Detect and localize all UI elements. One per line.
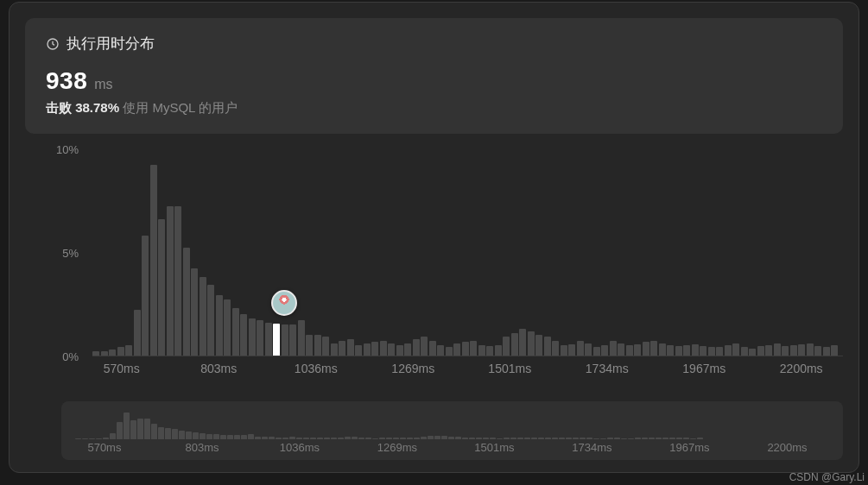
minimap-bar[interactable] — [635, 438, 641, 439]
minimap-bar[interactable] — [276, 438, 282, 439]
minimap-bar[interactable] — [296, 438, 302, 439]
histogram-bar[interactable] — [643, 342, 649, 356]
minimap-bar[interactable] — [559, 438, 565, 439]
histogram-bar[interactable] — [716, 347, 723, 356]
histogram-bar[interactable] — [273, 324, 280, 356]
minimap-bar[interactable] — [469, 438, 475, 439]
minimap-bar[interactable] — [365, 438, 371, 439]
minimap-bar[interactable] — [151, 424, 157, 439]
histogram-bar[interactable] — [347, 339, 354, 356]
minimap-bar[interactable] — [545, 438, 551, 439]
histogram-bar[interactable] — [150, 165, 157, 356]
minimap-bar[interactable] — [82, 438, 88, 439]
minimap-bar[interactable] — [434, 436, 440, 439]
minimap-bar[interactable] — [241, 435, 247, 439]
histogram-bar[interactable] — [174, 206, 181, 356]
histogram-bar[interactable] — [577, 341, 584, 356]
histogram-bar[interactable] — [528, 331, 535, 356]
histogram-bar[interactable] — [593, 347, 600, 356]
minimap-bar[interactable] — [400, 438, 406, 439]
histogram-bar[interactable] — [446, 347, 453, 356]
minimap-bar[interactable] — [331, 438, 337, 439]
histogram-bar[interactable] — [486, 346, 493, 356]
minimap-bar[interactable] — [96, 438, 102, 439]
minimap-bar[interactable] — [206, 434, 212, 439]
minimap-bar[interactable] — [510, 438, 516, 439]
minimap-bar[interactable] — [75, 438, 81, 439]
minimap-bar[interactable] — [289, 437, 295, 439]
minimap-bar[interactable] — [683, 438, 689, 439]
histogram-bar[interactable] — [807, 343, 814, 356]
histogram-bar[interactable] — [371, 342, 378, 356]
minimap-bar[interactable] — [352, 437, 358, 439]
minimap-bar[interactable] — [393, 438, 399, 439]
minimap-bar[interactable] — [248, 434, 254, 439]
minimap-bar[interactable] — [379, 438, 385, 439]
minimap-bar[interactable] — [179, 431, 185, 439]
histogram-bar[interactable] — [380, 341, 387, 356]
histogram-bar[interactable] — [109, 350, 116, 356]
histogram-bar[interactable] — [823, 347, 830, 356]
histogram-bar[interactable] — [814, 346, 821, 356]
histogram-bar[interactable] — [650, 341, 657, 356]
minimap-bar[interactable] — [269, 437, 275, 439]
minimap-bar[interactable] — [144, 419, 150, 439]
histogram-bar[interactable] — [732, 343, 739, 356]
histogram-bar[interactable] — [265, 323, 272, 356]
minimap-bar[interactable] — [324, 438, 330, 439]
histogram-bar[interactable] — [610, 341, 617, 356]
minimap-bar[interactable] — [552, 438, 558, 439]
minimap-bar[interactable] — [255, 437, 261, 439]
histogram-bar[interactable] — [396, 345, 403, 356]
minimap-bar[interactable] — [262, 437, 268, 439]
histogram-bar[interactable] — [519, 329, 526, 356]
minimap-bar[interactable] — [441, 436, 447, 439]
minimap-bar[interactable] — [448, 437, 454, 439]
minimap-bar[interactable] — [158, 427, 164, 439]
minimap-bar[interactable] — [580, 438, 586, 439]
minimap-bar[interactable] — [124, 413, 130, 439]
minimap-bar[interactable] — [566, 438, 572, 439]
minimap-bar[interactable] — [317, 438, 323, 439]
minimap-bar[interactable] — [200, 433, 206, 439]
minimap-bar[interactable] — [310, 438, 316, 439]
histogram-bar[interactable] — [470, 341, 477, 356]
minimap-bar[interactable] — [110, 433, 116, 439]
histogram-bar[interactable] — [314, 335, 321, 356]
histogram-bar[interactable] — [692, 344, 699, 356]
minimap-bar[interactable] — [220, 435, 226, 439]
minimap-bar[interactable] — [656, 438, 662, 439]
minimap-bar[interactable] — [524, 438, 530, 439]
minimap-bar[interactable] — [358, 438, 364, 439]
histogram-bar[interactable] — [200, 277, 206, 356]
histogram-bar[interactable] — [544, 337, 551, 356]
minimap-bar[interactable] — [234, 435, 240, 439]
histogram-bar[interactable] — [183, 248, 190, 356]
minimap-bar[interactable] — [649, 438, 655, 439]
histogram-bar[interactable] — [782, 346, 789, 356]
histogram-bar[interactable] — [683, 345, 690, 356]
histogram-bar[interactable] — [453, 343, 460, 356]
histogram-bar[interactable] — [708, 347, 715, 356]
minimap-bar[interactable] — [428, 436, 434, 439]
minimap-bar[interactable] — [282, 438, 288, 439]
minimap-bar[interactable] — [303, 438, 309, 439]
minimap-bar[interactable] — [607, 438, 613, 439]
histogram-bar[interactable] — [634, 344, 641, 356]
minimap[interactable]: 570ms803ms1036ms1269ms1501ms1734ms1967ms… — [61, 401, 843, 460]
minimap-bar[interactable] — [628, 438, 634, 439]
minimap-bar[interactable] — [407, 438, 413, 439]
minimap-bar[interactable] — [504, 438, 510, 439]
histogram-bar[interactable] — [618, 343, 624, 356]
histogram-bar[interactable] — [790, 345, 797, 356]
minimap-bar[interactable] — [676, 438, 682, 439]
minimap-bar[interactable] — [386, 438, 392, 439]
histogram-bar[interactable] — [757, 346, 764, 356]
histogram-bar[interactable] — [798, 344, 805, 356]
histogram-bars[interactable] — [92, 149, 843, 356]
histogram-bar[interactable] — [282, 324, 288, 356]
histogram-bar[interactable] — [429, 341, 436, 356]
histogram-bar[interactable] — [298, 320, 305, 356]
histogram-bar[interactable] — [831, 345, 838, 356]
histogram-bar[interactable] — [478, 345, 485, 356]
